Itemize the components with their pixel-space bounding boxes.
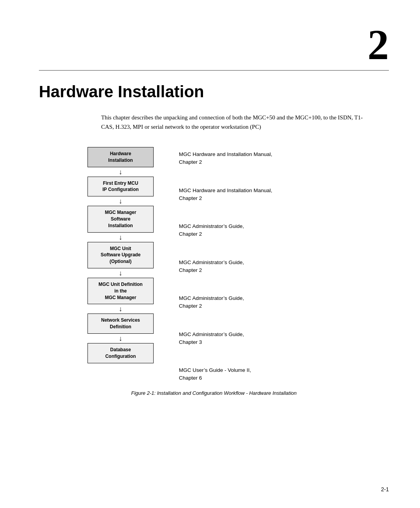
page-number: 2-1 <box>381 486 389 492</box>
flow-box-network-services-definition: Network ServicesDefinition <box>88 314 154 334</box>
ref-5-line2: Chapter 2 <box>179 303 202 309</box>
ref-3-line1: MGC Administrator’s Guide, <box>179 223 244 229</box>
flow-box-hardware-installation: HardwareInstallation <box>88 147 154 167</box>
ref-6-line1: MGC Administrator’s Guide, <box>179 331 244 337</box>
chapter-title: Hardware Installation <box>39 82 389 101</box>
flow-box-mgc-unit-software-upgrade: MGC UnitSoftware Upgrade(Optional) <box>88 242 154 268</box>
ref-7-line2: Chapter 6 <box>179 375 202 381</box>
ref-entry-5: MGC Administrator’s Guide, Chapter 2 <box>179 294 373 310</box>
arrow-6: ↓ <box>119 335 122 342</box>
chapter-divider <box>39 70 389 71</box>
ref-entry-2: MGC Hardware and Installation Manual, Ch… <box>179 187 373 203</box>
intro-paragraph: This chapter describes the unpacking and… <box>101 113 366 131</box>
ref-4-line2: Chapter 2 <box>179 267 202 273</box>
ref-entry-6: MGC Administrator’s Guide, Chapter 3 <box>179 331 373 347</box>
ref-5-line1: MGC Administrator’s Guide, <box>179 295 244 301</box>
chapter-number: 2 <box>39 23 389 66</box>
references-column: MGC Hardware and Installation Manual, Ch… <box>179 147 373 382</box>
ref-entry-7: MGC User’s Guide - Volume II, Chapter 6 <box>179 366 373 382</box>
flow-box-database-configuration: DatabaseConfiguration <box>88 343 154 363</box>
ref-entry-4: MGC Administrator’s Guide, Chapter 2 <box>179 259 373 275</box>
flow-box-mgc-unit-definition: MGC Unit Definitionin theMGC Manager <box>88 278 154 304</box>
flow-box-first-entry-mcu: First Entry MCUIP Configuration <box>88 177 154 197</box>
page-container: 2 Hardware Installation This chapter des… <box>0 0 420 508</box>
ref-entry-3: MGC Administrator’s Guide, Chapter 2 <box>179 222 373 238</box>
ref-1-line2: Chapter 2 <box>179 159 202 165</box>
figure-container: HardwareInstallation ↓ First Entry MCUIP… <box>78 147 373 382</box>
ref-7-line1: MGC User’s Guide - Volume II, <box>179 367 251 373</box>
ref-2-line2: Chapter 2 <box>179 195 202 201</box>
arrow-3: ↓ <box>119 234 122 241</box>
flow-box-mgc-manager-software: MGC ManagerSoftwareInstallation <box>88 206 154 232</box>
ref-4-line1: MGC Administrator’s Guide, <box>179 259 244 265</box>
ref-1-line1: MGC Hardware and Installation Manual, <box>179 151 272 157</box>
ref-entry-1: MGC Hardware and Installation Manual, Ch… <box>179 151 373 166</box>
ref-2-line1: MGC Hardware and Installation Manual, <box>179 187 272 193</box>
arrow-2: ↓ <box>119 198 122 205</box>
arrow-5: ↓ <box>119 305 122 312</box>
arrow-4: ↓ <box>119 270 122 277</box>
figure-caption: Figure 2-1: Installation and Configurati… <box>39 390 389 396</box>
flowchart: HardwareInstallation ↓ First Entry MCUIP… <box>78 147 163 363</box>
ref-6-line2: Chapter 3 <box>179 339 202 345</box>
ref-3-line2: Chapter 2 <box>179 231 202 237</box>
arrow-1: ↓ <box>119 168 122 175</box>
